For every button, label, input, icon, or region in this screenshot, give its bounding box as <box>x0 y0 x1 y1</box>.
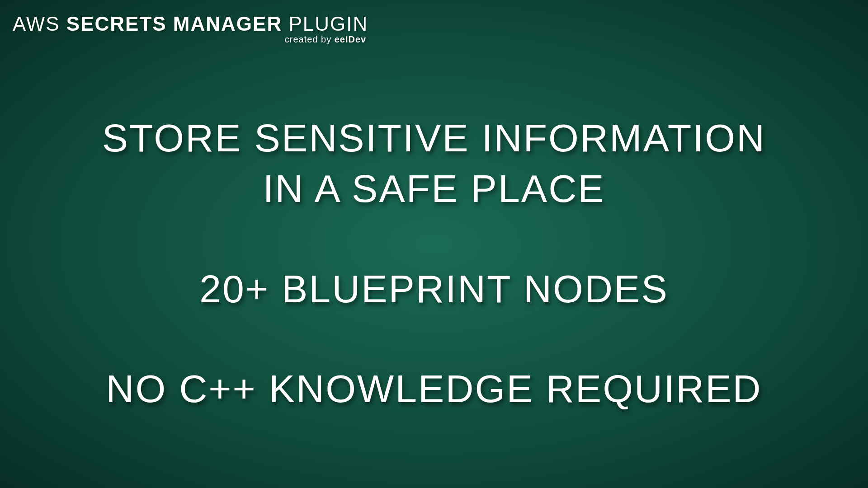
title-prefix: AWS <box>13 13 66 35</box>
title-suffix: PLUGIN <box>282 13 368 35</box>
feature-line-1: STORE SENSITIVE INFORMATION <box>0 113 868 164</box>
feature-block-2: 20+ BLUEPRINT NODES <box>0 264 868 314</box>
feature-block-1: STORE SENSITIVE INFORMATION IN A SAFE PL… <box>0 113 868 214</box>
subtitle-brand: eelDev <box>335 34 367 44</box>
content-area: STORE SENSITIVE INFORMATION IN A SAFE PL… <box>0 113 868 414</box>
feature-block-3: NO C++ KNOWLEDGE REQUIRED <box>0 364 868 414</box>
feature-line-4: NO C++ KNOWLEDGE REQUIRED <box>0 364 868 414</box>
feature-line-2: IN A SAFE PLACE <box>0 164 868 214</box>
title-main: SECRETS MANAGER <box>66 13 282 35</box>
feature-line-3: 20+ BLUEPRINT NODES <box>0 264 868 314</box>
product-title: AWS SECRETS MANAGER PLUGIN <box>13 13 368 35</box>
subtitle-prefix: created by <box>285 34 335 44</box>
header: AWS SECRETS MANAGER PLUGIN created by ee… <box>13 13 368 45</box>
subtitle: created by eelDev <box>13 34 368 45</box>
